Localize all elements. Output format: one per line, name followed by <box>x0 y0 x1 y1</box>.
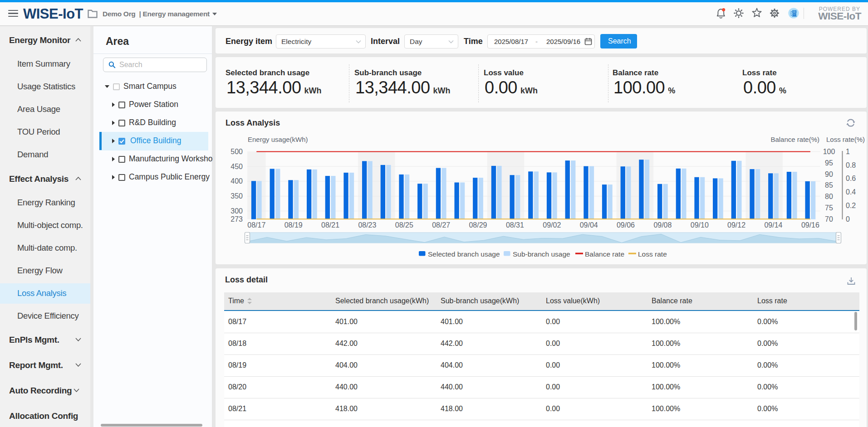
svg-text:09/02: 09/02 <box>543 221 561 229</box>
svg-text:08/25: 08/25 <box>395 221 413 229</box>
svg-text:09/06: 09/06 <box>617 221 635 229</box>
svg-text:0.6: 0.6 <box>846 175 856 182</box>
svg-text:85: 85 <box>825 181 833 189</box>
svg-text:09/10: 09/10 <box>691 221 709 229</box>
svg-text:08/17: 08/17 <box>247 221 265 229</box>
svg-text:08/21: 08/21 <box>321 221 339 229</box>
svg-text:09/08: 09/08 <box>653 221 672 229</box>
svg-text:0.8: 0.8 <box>846 161 856 169</box>
svg-text:08/23: 08/23 <box>358 221 376 229</box>
svg-text:75: 75 <box>825 204 833 212</box>
svg-text:08/19: 08/19 <box>284 221 303 229</box>
svg-text:0: 0 <box>846 215 850 223</box>
svg-text:09/14: 09/14 <box>764 221 782 229</box>
svg-text:Balance rate(%): Balance rate(%) <box>770 136 819 143</box>
svg-text:Sub-branch usage: Sub-branch usage <box>513 250 570 258</box>
svg-text:1: 1 <box>846 148 850 155</box>
svg-text:09/16: 09/16 <box>801 221 819 229</box>
svg-text:100: 100 <box>823 148 835 155</box>
svg-text:450: 450 <box>230 163 243 170</box>
svg-text:09/12: 09/12 <box>727 221 745 229</box>
svg-text:0.4: 0.4 <box>846 188 856 196</box>
svg-text:Loss rate(%): Loss rate(%) <box>826 136 865 143</box>
svg-text:80: 80 <box>825 193 833 200</box>
svg-text:273: 273 <box>230 215 243 223</box>
svg-text:08/29: 08/29 <box>469 221 487 229</box>
svg-text:70: 70 <box>825 215 833 223</box>
svg-text:500: 500 <box>230 148 243 155</box>
svg-text:400: 400 <box>230 177 243 185</box>
svg-text:Energy usage(kWh): Energy usage(kWh) <box>248 136 308 143</box>
svg-text:Balance rate: Balance rate <box>585 250 624 258</box>
svg-text:08/31: 08/31 <box>506 221 524 229</box>
svg-text:Selected branch usage: Selected branch usage <box>428 250 500 258</box>
svg-text:350: 350 <box>230 192 243 200</box>
svg-text:0.2: 0.2 <box>846 202 856 209</box>
svg-text:95: 95 <box>825 159 833 167</box>
svg-text:90: 90 <box>825 170 833 178</box>
svg-text:08/27: 08/27 <box>432 221 450 229</box>
svg-text:Loss rate: Loss rate <box>638 250 667 258</box>
svg-text:09/04: 09/04 <box>580 221 598 229</box>
svg-text:300: 300 <box>230 207 243 215</box>
